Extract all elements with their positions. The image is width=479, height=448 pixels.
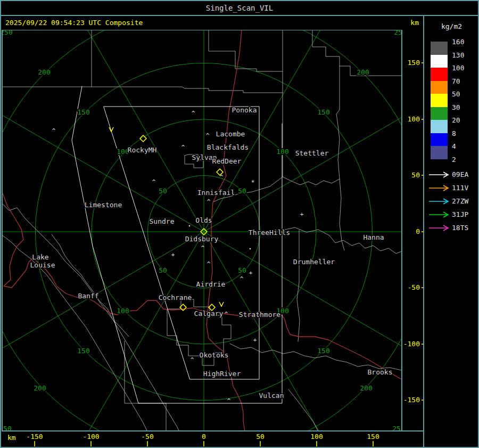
city-label: RedDeer xyxy=(212,157,242,165)
legend-value-label: 70 xyxy=(452,77,475,85)
bottom-axis-tick-label: -100 xyxy=(82,433,99,441)
bottom-axis-tick-label: 150 xyxy=(367,433,379,441)
legend-value-label: 4 xyxy=(452,142,475,150)
town-glyph-marker: ^ xyxy=(152,178,156,185)
county-line xyxy=(1,202,179,431)
ring-distance-label: 50 xyxy=(159,266,167,274)
city-label: Okotoks xyxy=(200,351,229,359)
map-plot-area: 5050505010010010010015015015015020020020… xyxy=(1,30,424,448)
legend-value-label: 100 xyxy=(452,64,475,71)
right-axis-unit: km xyxy=(410,16,419,29)
city-label: Brooks xyxy=(368,368,393,376)
county-line xyxy=(52,234,129,337)
radar-site-row: 111V xyxy=(428,184,477,192)
site-arrow-icon xyxy=(428,172,450,178)
site-arrow-icon xyxy=(428,198,450,205)
town-glyph-marker: ^ xyxy=(227,397,231,404)
city-label: Strathmore xyxy=(239,311,280,319)
bottom-axis-tick-label: -150 xyxy=(26,433,43,441)
header-strip: 2025/09/22 09:54:23 UTC Composite km xyxy=(1,16,424,30)
city-label: Vulcan xyxy=(259,392,284,400)
radar-site-row: 27ZW xyxy=(428,197,477,206)
town-glyph-marker: ^ xyxy=(206,132,210,139)
city-label: ThreeHills xyxy=(249,229,290,237)
town-glyph-marker: + xyxy=(249,270,253,276)
site-id-label: 09EA xyxy=(452,170,468,178)
right-axis-tick-label: 100 xyxy=(408,115,420,123)
legend-swatch xyxy=(431,68,448,81)
storm-vee-marker xyxy=(219,302,224,306)
bottom-axis-tick-label: 0 xyxy=(202,433,206,441)
ring-distance-label: 150 xyxy=(317,347,329,355)
site-arrow-icon xyxy=(428,225,450,231)
right-axis-tick-label: 150 xyxy=(408,59,420,67)
city-label: HighRiver xyxy=(203,370,241,378)
ring-distance-label: 50 xyxy=(159,187,167,195)
scan-outlines xyxy=(72,86,282,403)
site-arrow-icon xyxy=(428,211,450,218)
legend-value-label: 30 xyxy=(452,103,475,111)
town-glyph-marker: ^ xyxy=(181,144,185,151)
legend-value-label: 50 xyxy=(452,90,475,97)
town-glyph-marker: + xyxy=(300,211,304,218)
city-label: Airdrie xyxy=(196,280,226,288)
title-bar: Single_Scan_VIL xyxy=(1,1,478,16)
site-id-label: 111V xyxy=(452,184,468,192)
radar-site-row: 31JP xyxy=(428,210,477,219)
ring-distance-label: 100 xyxy=(276,148,288,156)
city-label: Louise xyxy=(30,261,55,269)
city-label: RockyMH xyxy=(128,146,157,154)
city-label: Banff xyxy=(78,292,98,300)
city-label: Lacombe xyxy=(216,130,245,138)
legend-swatch xyxy=(431,94,448,107)
ring-distance-label: 250 xyxy=(394,30,406,36)
window-title: Single_Scan_VIL xyxy=(206,4,273,12)
bottom-axis-tick-label: 100 xyxy=(310,433,323,441)
right-axis-tick-label: -150 xyxy=(403,396,420,404)
right-axis-tick-label: 0 xyxy=(416,227,420,235)
legend-swatch xyxy=(431,81,448,94)
bottom-axis-tick-label: -50 xyxy=(141,433,153,441)
ring-distance-label: 150 xyxy=(77,347,89,355)
city-label: Stettler xyxy=(295,149,329,157)
county-line xyxy=(209,30,283,71)
right-axis-tick-label: -100 xyxy=(403,340,420,348)
ring-distance-label: 200 xyxy=(360,384,372,392)
legend-value-label: 160 xyxy=(452,38,475,45)
city-label: Sundre xyxy=(150,217,175,225)
city-label: Calgary xyxy=(194,309,224,317)
ring-distance-label: 250 xyxy=(1,30,13,36)
town-glyph-marker: ^ xyxy=(207,260,211,267)
city-label: Ponoka xyxy=(232,106,257,114)
city-label: Olds xyxy=(195,216,212,224)
county-line xyxy=(336,66,344,250)
ring-distance-label: 200 xyxy=(34,384,46,392)
legend-value-label: 20 xyxy=(452,116,475,124)
town-glyph-marker: ^ xyxy=(52,127,56,134)
ring-distance-label: 200 xyxy=(357,68,369,76)
county-line xyxy=(92,87,283,93)
town-dot-marker xyxy=(189,225,191,227)
site-id-label: 18TS xyxy=(452,224,468,232)
town-dot-marker xyxy=(250,248,251,250)
legend-unit-label: kg/m2 xyxy=(424,22,479,30)
ring-distance-label: 100 xyxy=(117,307,129,315)
legend-swatch xyxy=(431,146,448,159)
legend-panel: kg/m2 16013010070503020842 09EA 111V 27Z… xyxy=(423,16,479,447)
county-line xyxy=(125,341,166,431)
legend-swatch xyxy=(431,133,448,146)
bottom-axis-unit: km xyxy=(7,434,16,442)
county-line xyxy=(230,344,401,370)
town-glyph-marker: ^ xyxy=(225,311,228,317)
legend-value-label: 130 xyxy=(452,51,475,59)
right-axis-tick-label: 50 xyxy=(411,171,420,179)
ring-distance-label: 150 xyxy=(77,108,89,116)
bottom-axis-tick-label: 50 xyxy=(256,433,265,441)
radar-site-row: 09EA xyxy=(428,170,477,179)
city-label: Limestone xyxy=(85,201,122,209)
city-label: Innisfail xyxy=(197,189,235,197)
county-line xyxy=(283,177,340,185)
town-glyph-marker: ^ xyxy=(192,110,195,117)
radar-map[interactable]: 5050505010010010010015015015015020020020… xyxy=(1,30,424,448)
app-window: Single_Scan_VIL 2025/09/22 09:54:23 UTC … xyxy=(0,0,479,448)
